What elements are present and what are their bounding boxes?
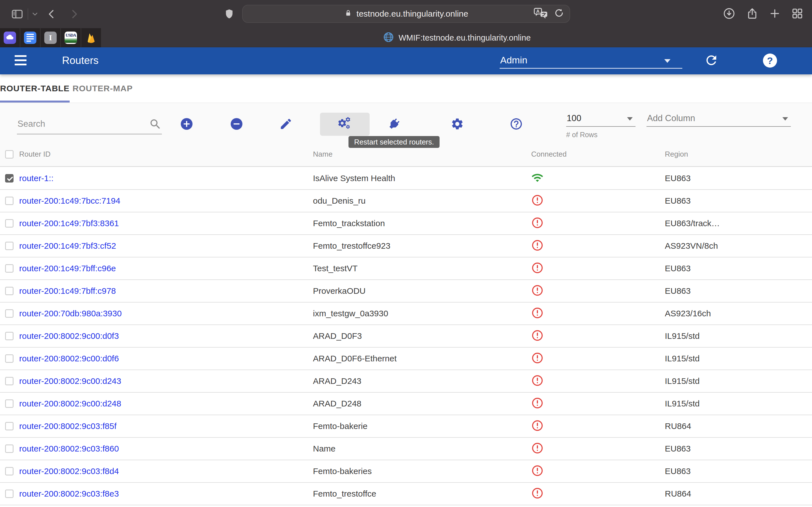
router-id-link[interactable]: router-200:1c49:7bf3:cf52 (19, 241, 313, 251)
edit-router-button[interactable] (278, 117, 293, 131)
row-checkbox[interactable] (5, 242, 13, 250)
table-row: router-200:8002:9c00:d248 ARAD_D248 IL91… (0, 393, 812, 415)
translate-icon[interactable] (534, 7, 548, 20)
pinned-tab-usda[interactable]: USDA (61, 28, 81, 47)
router-name: Femto_trackstation (313, 219, 528, 228)
router-name: IsAlive System Health (313, 173, 528, 183)
row-checkbox[interactable] (5, 467, 13, 475)
router-id-link[interactable]: router-200:1c49:7bff:c96e (19, 264, 313, 273)
disconnected-error-icon (531, 329, 544, 343)
settings-button[interactable] (450, 117, 465, 131)
row-checkbox[interactable] (5, 264, 13, 273)
disconnected-error-icon (531, 419, 544, 433)
address-bar[interactable]: testnode.eu.thingularity.online (242, 5, 570, 23)
router-id-link[interactable]: router-200:8002:9c03:f8e3 (19, 489, 313, 499)
row-checkbox[interactable] (5, 490, 13, 498)
back-button-icon[interactable] (46, 9, 57, 19)
menu-icon[interactable] (15, 55, 27, 65)
chevron-down-icon[interactable] (31, 10, 39, 18)
router-id-link[interactable]: router-200:8002:9c00:d0f3 (19, 331, 313, 341)
refresh-button[interactable] (704, 53, 719, 69)
router-region: EU863 (665, 196, 812, 206)
router-region: EU863 (665, 286, 812, 296)
pinned-tab-docs[interactable] (20, 28, 41, 47)
row-checkbox[interactable] (5, 399, 13, 408)
downloads-icon[interactable] (723, 7, 735, 21)
router-name: ARAD_D0F6-Ethernet (313, 354, 528, 363)
router-id-link[interactable]: router-1:: (19, 173, 313, 183)
forward-button-icon[interactable] (69, 9, 80, 19)
router-name: Femto_trestoffce (313, 489, 528, 499)
row-checkbox[interactable] (5, 332, 13, 340)
row-checkbox[interactable] (5, 422, 13, 431)
table-row: router-200:8002:9c03:f8d4 Femto-bakeries… (0, 460, 812, 483)
lock-icon (344, 8, 352, 19)
router-region: IL915/std (665, 354, 812, 363)
router-id-link[interactable]: router-200:8002:9c03:f85f (19, 421, 313, 431)
router-name: Femto_trestoffce923 (313, 241, 528, 251)
router-region: AS923/16ch (665, 309, 812, 318)
router-id-link[interactable]: router-200:1c49:7bf3:8361 (19, 219, 313, 228)
browser-tab-strip: I USDA WMIF:testnode.eu.thingularity.onl… (0, 28, 812, 47)
router-region: AS923VN/8ch (665, 241, 812, 251)
router-region: RU864 (665, 421, 812, 431)
router-id-link[interactable]: router-200:8002:9c00:d0f6 (19, 354, 313, 363)
disconnected-error-icon (531, 284, 544, 298)
router-id-link[interactable]: router-200:8002:9c03:f8d4 (19, 466, 313, 476)
add-router-button[interactable] (179, 117, 194, 131)
router-id-link[interactable]: router-200:8002:9c03:f860 (19, 444, 313, 453)
add-column-select[interactable]: Add Column (647, 112, 791, 127)
table-body: router-1:: IsAlive System Health EU863 r… (0, 167, 812, 507)
table-row: router-200:8002:9c03:f85f Femto-bakerie … (0, 415, 812, 438)
row-checkbox[interactable] (5, 377, 13, 385)
view-tabs: ROUTER-TABLE ROUTER-MAP (0, 74, 812, 103)
connect-button[interactable] (387, 117, 402, 131)
add-column-value: Add Column (647, 113, 695, 123)
restart-routers-button[interactable] (337, 117, 352, 131)
tab-overview-icon[interactable] (791, 7, 804, 21)
remove-router-button[interactable] (229, 117, 244, 131)
new-tab-icon[interactable] (769, 8, 780, 20)
sidebar-toggle-icon[interactable] (11, 8, 24, 20)
router-id-link[interactable]: router-200:70db:980a:3930 (19, 309, 313, 318)
row-checkbox[interactable] (5, 309, 13, 318)
user-role-dropdown[interactable]: Admin (500, 51, 682, 69)
disconnected-error-icon (531, 397, 544, 410)
router-id-link[interactable]: router-200:1c49:7bff:c978 (19, 286, 313, 296)
rows-per-page-select[interactable]: 100 (566, 112, 636, 127)
pinned-tab-icloud[interactable] (0, 28, 20, 47)
table-row: router-200:1c49:7bff:c978 ProverkaODU EU… (0, 280, 812, 302)
help-button[interactable]: ? (763, 54, 777, 68)
active-browser-tab[interactable]: WMIF:testnode.eu.thingularity.online (101, 28, 812, 47)
row-checkbox[interactable] (5, 174, 13, 182)
row-checkbox[interactable] (5, 354, 13, 363)
router-name: Name (313, 444, 528, 453)
tab-router-table[interactable]: ROUTER-TABLE (0, 74, 70, 103)
table-row: router-200:1c49:7bf3:8361 Femto_tracksta… (0, 212, 812, 235)
router-name: ARAD_D243 (313, 376, 528, 386)
privacy-shield-icon[interactable] (223, 8, 235, 21)
disconnected-error-icon (531, 374, 544, 388)
table-help-button[interactable] (509, 117, 523, 131)
select-all-checkbox[interactable] (5, 150, 13, 159)
disconnected-error-icon (531, 442, 544, 455)
row-checkbox[interactable] (5, 445, 13, 453)
pinned-tab-firebase[interactable] (81, 28, 101, 47)
disconnected-error-icon (531, 464, 544, 478)
share-icon[interactable] (746, 7, 758, 21)
col-router-id: Router ID (19, 150, 313, 159)
active-tab-title: WMIF:testnode.eu.thingularity.online (399, 33, 531, 43)
router-id-link[interactable]: router-200:8002:9c00:d248 (19, 399, 313, 408)
router-id-link[interactable]: router-200:1c49:7bcc:7194 (19, 196, 313, 206)
row-checkbox[interactable] (5, 219, 13, 228)
col-connected: Connected (528, 150, 665, 159)
router-id-link[interactable]: router-200:8002:9c00:d243 (19, 376, 313, 386)
row-checkbox[interactable] (5, 287, 13, 295)
pinned-tab-info[interactable]: I (41, 28, 61, 47)
row-checkbox[interactable] (5, 196, 13, 205)
tab-router-map[interactable]: ROUTER-MAP (70, 74, 136, 103)
reload-icon[interactable] (554, 8, 564, 20)
rows-caption: # of Rows (566, 131, 598, 139)
search-input[interactable] (17, 117, 144, 131)
disconnected-error-icon (531, 307, 544, 320)
